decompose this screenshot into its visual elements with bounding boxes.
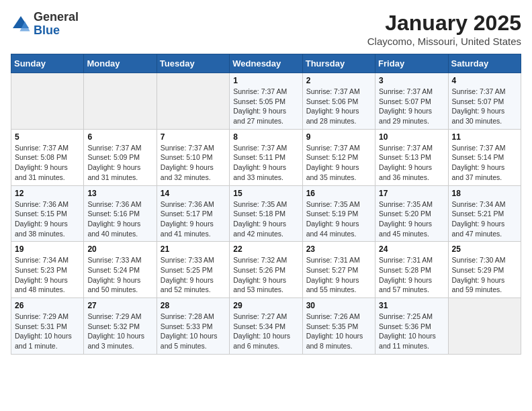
day-info: Sunrise: 7:37 AM Sunset: 5:13 PM Dayligh… — [379, 143, 444, 183]
day-number: 20 — [87, 244, 152, 254]
calendar-cell: 2Sunrise: 7:37 AM Sunset: 5:06 PM Daylig… — [302, 73, 375, 130]
calendar-cell: 25Sunrise: 7:30 AM Sunset: 5:29 PM Dayli… — [448, 242, 521, 298]
day-number: 11 — [452, 132, 517, 142]
calendar-cell: 17Sunrise: 7:35 AM Sunset: 5:20 PM Dayli… — [375, 185, 448, 242]
day-number: 26 — [15, 301, 80, 310]
calendar-cell: 29Sunrise: 7:27 AM Sunset: 5:34 PM Dayli… — [230, 298, 302, 355]
day-number: 24 — [379, 244, 444, 254]
logo-icon — [11, 14, 31, 34]
calendar-cell: 16Sunrise: 7:35 AM Sunset: 5:19 PM Dayli… — [302, 185, 375, 242]
day-info: Sunrise: 7:31 AM Sunset: 5:27 PM Dayligh… — [306, 255, 371, 295]
day-number: 10 — [379, 132, 444, 142]
day-info: Sunrise: 7:37 AM Sunset: 5:10 PM Dayligh… — [161, 143, 226, 183]
day-info: Sunrise: 7:37 AM Sunset: 5:08 PM Dayligh… — [15, 143, 80, 183]
day-number: 17 — [379, 189, 444, 198]
day-number: 5 — [15, 132, 80, 142]
calendar-cell: 9Sunrise: 7:37 AM Sunset: 5:12 PM Daylig… — [302, 129, 375, 185]
day-number: 3 — [379, 76, 444, 85]
weekday-header-saturday: Saturday — [448, 54, 521, 73]
day-info: Sunrise: 7:33 AM Sunset: 5:25 PM Dayligh… — [161, 255, 226, 295]
day-info: Sunrise: 7:37 AM Sunset: 5:09 PM Dayligh… — [87, 143, 152, 183]
day-info: Sunrise: 7:29 AM Sunset: 5:32 PM Dayligh… — [87, 312, 152, 351]
weekday-header-friday: Friday — [375, 54, 448, 73]
calendar-table: SundayMondayTuesdayWednesdayThursdayFrid… — [11, 54, 521, 355]
calendar-week-row: 19Sunrise: 7:34 AM Sunset: 5:23 PM Dayli… — [11, 242, 521, 298]
weekday-header-wednesday: Wednesday — [230, 54, 302, 73]
calendar-cell: 4Sunrise: 7:37 AM Sunset: 5:07 PM Daylig… — [448, 73, 521, 130]
calendar-cell: 3Sunrise: 7:37 AM Sunset: 5:07 PM Daylig… — [375, 73, 448, 130]
day-number: 16 — [306, 189, 371, 198]
day-number: 7 — [161, 132, 226, 142]
logo: General Blue — [11, 11, 79, 38]
calendar-cell: 22Sunrise: 7:32 AM Sunset: 5:26 PM Dayli… — [230, 242, 302, 298]
day-info: Sunrise: 7:31 AM Sunset: 5:28 PM Dayligh… — [379, 255, 444, 295]
day-info: Sunrise: 7:37 AM Sunset: 5:11 PM Dayligh… — [233, 143, 298, 183]
day-info: Sunrise: 7:34 AM Sunset: 5:23 PM Dayligh… — [15, 255, 80, 295]
calendar-cell: 23Sunrise: 7:31 AM Sunset: 5:27 PM Dayli… — [302, 242, 375, 298]
day-info: Sunrise: 7:36 AM Sunset: 5:16 PM Dayligh… — [87, 199, 152, 239]
logo-blue-text: Blue — [34, 24, 60, 37]
day-info: Sunrise: 7:25 AM Sunset: 5:36 PM Dayligh… — [379, 312, 444, 351]
title-area: January 2025 Claycomo, Missouri, United … — [367, 11, 521, 47]
calendar-cell: 5Sunrise: 7:37 AM Sunset: 5:08 PM Daylig… — [11, 129, 84, 185]
calendar-cell: 10Sunrise: 7:37 AM Sunset: 5:13 PM Dayli… — [375, 129, 448, 185]
calendar-cell: 28Sunrise: 7:28 AM Sunset: 5:33 PM Dayli… — [157, 298, 229, 355]
calendar-week-row: 26Sunrise: 7:29 AM Sunset: 5:31 PM Dayli… — [11, 298, 521, 355]
calendar-week-row: 5Sunrise: 7:37 AM Sunset: 5:08 PM Daylig… — [11, 129, 521, 185]
calendar-subtitle: Claycomo, Missouri, United States — [367, 36, 521, 47]
day-info: Sunrise: 7:35 AM Sunset: 5:18 PM Dayligh… — [233, 199, 298, 239]
day-number: 27 — [87, 301, 152, 310]
day-number: 21 — [161, 244, 226, 254]
calendar-cell — [84, 73, 157, 130]
day-info: Sunrise: 7:26 AM Sunset: 5:35 PM Dayligh… — [306, 312, 371, 351]
day-number: 12 — [15, 189, 80, 198]
day-info: Sunrise: 7:32 AM Sunset: 5:26 PM Dayligh… — [233, 255, 298, 295]
calendar-cell — [11, 73, 84, 130]
day-info: Sunrise: 7:28 AM Sunset: 5:33 PM Dayligh… — [161, 312, 226, 351]
day-number: 18 — [452, 189, 517, 198]
day-info: Sunrise: 7:37 AM Sunset: 5:06 PM Dayligh… — [306, 87, 371, 126]
calendar-cell: 7Sunrise: 7:37 AM Sunset: 5:10 PM Daylig… — [157, 129, 229, 185]
calendar-cell: 15Sunrise: 7:35 AM Sunset: 5:18 PM Dayli… — [230, 185, 302, 242]
day-number: 31 — [379, 301, 444, 310]
day-number: 8 — [233, 132, 298, 142]
day-number: 22 — [233, 244, 298, 254]
calendar-cell: 20Sunrise: 7:33 AM Sunset: 5:24 PM Dayli… — [84, 242, 157, 298]
day-number: 6 — [87, 132, 152, 142]
calendar-week-row: 12Sunrise: 7:36 AM Sunset: 5:15 PM Dayli… — [11, 185, 521, 242]
day-number: 15 — [233, 189, 298, 198]
calendar-cell: 21Sunrise: 7:33 AM Sunset: 5:25 PM Dayli… — [157, 242, 229, 298]
day-number: 13 — [87, 189, 152, 198]
calendar-cell: 31Sunrise: 7:25 AM Sunset: 5:36 PM Dayli… — [375, 298, 448, 355]
calendar-cell: 11Sunrise: 7:37 AM Sunset: 5:14 PM Dayli… — [448, 129, 521, 185]
day-info: Sunrise: 7:37 AM Sunset: 5:07 PM Dayligh… — [452, 87, 517, 126]
day-number: 28 — [161, 301, 226, 310]
day-number: 30 — [306, 301, 371, 310]
calendar-header: SundayMondayTuesdayWednesdayThursdayFrid… — [11, 54, 521, 73]
day-number: 14 — [161, 189, 226, 198]
day-number: 25 — [452, 244, 517, 254]
calendar-cell: 13Sunrise: 7:36 AM Sunset: 5:16 PM Dayli… — [84, 185, 157, 242]
calendar-cell: 12Sunrise: 7:36 AM Sunset: 5:15 PM Dayli… — [11, 185, 84, 242]
day-number: 9 — [306, 132, 371, 142]
day-number: 1 — [233, 76, 298, 85]
calendar-cell: 8Sunrise: 7:37 AM Sunset: 5:11 PM Daylig… — [230, 129, 302, 185]
weekday-header-thursday: Thursday — [302, 54, 375, 73]
day-info: Sunrise: 7:37 AM Sunset: 5:12 PM Dayligh… — [306, 143, 371, 183]
day-info: Sunrise: 7:29 AM Sunset: 5:31 PM Dayligh… — [15, 312, 80, 351]
day-info: Sunrise: 7:33 AM Sunset: 5:24 PM Dayligh… — [87, 255, 152, 295]
day-number: 29 — [233, 301, 298, 310]
day-number: 23 — [306, 244, 371, 254]
day-info: Sunrise: 7:37 AM Sunset: 5:07 PM Dayligh… — [379, 87, 444, 126]
calendar-title: January 2025 — [367, 11, 521, 36]
day-info: Sunrise: 7:30 AM Sunset: 5:29 PM Dayligh… — [452, 255, 517, 295]
calendar-body: 1Sunrise: 7:37 AM Sunset: 5:05 PM Daylig… — [11, 73, 521, 355]
logo-general-text: General — [34, 10, 79, 24]
day-info: Sunrise: 7:35 AM Sunset: 5:19 PM Dayligh… — [306, 199, 371, 239]
calendar-cell: 27Sunrise: 7:29 AM Sunset: 5:32 PM Dayli… — [84, 298, 157, 355]
calendar-cell: 24Sunrise: 7:31 AM Sunset: 5:28 PM Dayli… — [375, 242, 448, 298]
day-number: 2 — [306, 76, 371, 85]
day-info: Sunrise: 7:27 AM Sunset: 5:34 PM Dayligh… — [233, 312, 298, 351]
calendar-cell — [157, 73, 229, 130]
page-header: General Blue January 2025 Claycomo, Miss… — [11, 11, 521, 47]
